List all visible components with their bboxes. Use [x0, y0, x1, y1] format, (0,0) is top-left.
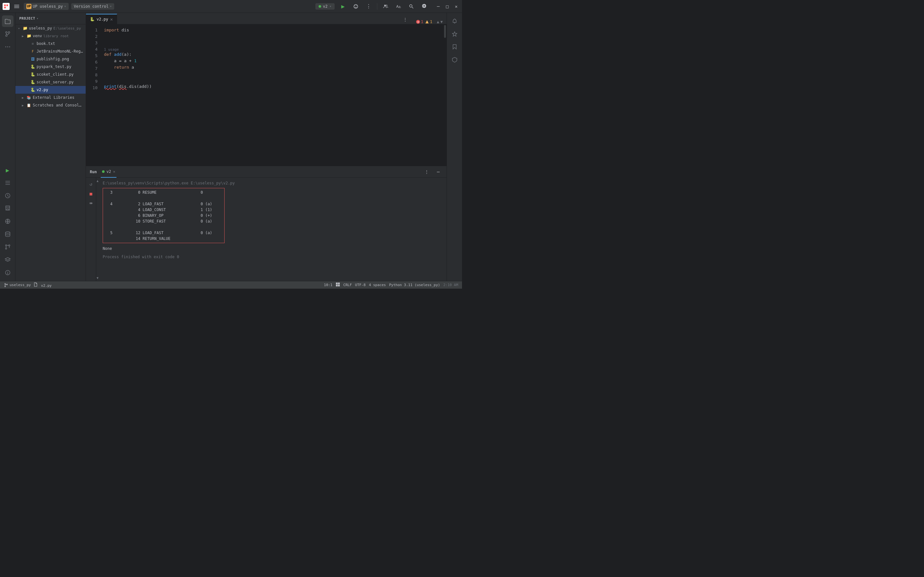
- settings-button[interactable]: [420, 2, 429, 11]
- activity-project-icon[interactable]: [2, 15, 13, 27]
- status-windows-icon[interactable]: [335, 282, 340, 288]
- sidebar: Project ▾ ▾ 📁 useless_py E:\useless_py ▶…: [15, 13, 86, 281]
- top-bar: UP UP useless_py ▾ Version control ▾ v2 …: [0, 0, 462, 13]
- activity-git2-icon[interactable]: [2, 241, 13, 253]
- restore-button[interactable]: □: [444, 3, 450, 10]
- usage-hint: 1 usage: [104, 46, 443, 51]
- activity-database-icon[interactable]: [2, 228, 13, 240]
- hamburger-button[interactable]: [12, 2, 21, 11]
- status-indent[interactable]: 4 spaces: [369, 283, 386, 287]
- output-row-4: 6 BINARY_OP 0 (+): [106, 213, 222, 218]
- activity-error-icon[interactable]: [2, 267, 13, 279]
- vcs-selector[interactable]: Version control ▾: [71, 3, 114, 10]
- tree-item-socket-client[interactable]: 🐍 scoket_client.py: [15, 71, 85, 78]
- shield-icon[interactable]: [449, 54, 460, 65]
- item-label: JetBrainsMonoNL-Regula: [37, 49, 83, 53]
- run-label: Run: [90, 170, 97, 174]
- item-label: v2.py: [37, 87, 48, 92]
- run-input-icon[interactable]: ⌨: [87, 200, 95, 207]
- run-tab-v2[interactable]: v2 ✕: [101, 166, 117, 178]
- status-position[interactable]: 10:1: [324, 283, 333, 287]
- code-editor: 1 2 3 4 5 6 7 8 9 10 import dis 1 usa: [86, 24, 447, 166]
- svg-point-41: [7, 274, 8, 274]
- run-output[interactable]: E:\useless_py\venv\Scripts\python.exe E:…: [99, 178, 447, 281]
- ai-icon[interactable]: [449, 28, 460, 40]
- status-encoding[interactable]: UTF-8: [355, 283, 366, 287]
- output-table: 3 0 RESUME 0 4 2 LOAD_FAST 0 (a) 4 LOAD_…: [103, 188, 224, 243]
- tab-v2py[interactable]: 🐍 v2.py ✕: [86, 14, 117, 24]
- tree-item-venv[interactable]: ▶ 📁 venv library root: [15, 32, 85, 40]
- warning-count[interactable]: ! 1: [425, 19, 432, 24]
- tree-item-font[interactable]: F JetBrainsMonoNL-Regula: [15, 47, 85, 55]
- status-bar: useless_py v2.py 10:1 CRLF UTF-8 4 space…: [0, 281, 462, 288]
- svg-rect-51: [336, 282, 338, 284]
- status-python[interactable]: Python 3.11 (useless_py): [389, 283, 440, 287]
- status-line-ending[interactable]: CRLF: [343, 283, 352, 287]
- activity-git-icon[interactable]: [2, 28, 13, 40]
- run-restart-icon[interactable]: ↺: [87, 180, 95, 188]
- code-line-5: a = a + 1: [104, 58, 443, 64]
- minimize-button[interactable]: ─: [435, 3, 442, 10]
- tree-item-ext-libs[interactable]: ▶ 📚 External Libraries: [15, 93, 85, 102]
- run-stop-icon[interactable]: ■: [87, 190, 95, 198]
- tab-more-button[interactable]: ⋮: [401, 15, 410, 24]
- output-row-1: 3 0 RESUME 0: [106, 190, 222, 195]
- prev-error-button[interactable]: ▲: [437, 19, 439, 24]
- collaboration-button[interactable]: [381, 2, 390, 11]
- output-row-6: 5 12 LOAD_FAST 0 (a): [106, 230, 222, 236]
- tab-close-button[interactable]: ✕: [110, 17, 113, 22]
- code-line-4: def add(a):: [104, 51, 443, 58]
- activity-layer-icon[interactable]: [2, 254, 13, 266]
- search-button[interactable]: [407, 2, 416, 11]
- project-selector[interactable]: UP UP useless_py ▾: [24, 3, 69, 10]
- close-button[interactable]: ✕: [453, 3, 460, 10]
- tree-item-v2[interactable]: 🐍 v2.py: [15, 86, 85, 93]
- code-content[interactable]: import dis 1 usage def add(a): a = a + 1…: [102, 24, 443, 166]
- git-branch[interactable]: useless_py: [4, 283, 31, 287]
- activity-more-icon[interactable]: [2, 41, 13, 53]
- vcs-label: Version control: [74, 4, 108, 9]
- activity-history-icon[interactable]: [2, 190, 13, 201]
- status-file[interactable]: v2.py: [33, 282, 52, 288]
- activity-print-icon[interactable]: [2, 203, 13, 214]
- svg-rect-4: [6, 7, 8, 8]
- output-row-7: 14 RETURN_VALUE: [106, 236, 222, 242]
- tree-item-pyspark[interactable]: 🐍 pyspark_test.py: [15, 63, 85, 71]
- editor-scrollbar[interactable]: [443, 24, 447, 166]
- vcs-arrow: ▾: [110, 5, 112, 8]
- tree-item-png[interactable]: 🖼 publishfig.png: [15, 55, 85, 63]
- activity-network-icon[interactable]: [2, 216, 13, 227]
- svg-point-9: [355, 5, 355, 6]
- svg-rect-30: [7, 209, 9, 210]
- run-minimize-button[interactable]: ─: [434, 168, 443, 176]
- activity-run-icon[interactable]: ▶: [2, 164, 13, 176]
- error-indicators: ⊗ 1 ! 1 ▲ ▼: [412, 19, 447, 24]
- arrow-icon: ▶: [22, 103, 26, 107]
- activity-list-icon[interactable]: [2, 177, 13, 189]
- font-icon: F: [30, 49, 35, 54]
- run-tab-close[interactable]: ✕: [113, 169, 115, 174]
- svg-point-34: [5, 245, 7, 246]
- error-count[interactable]: ⊗ 1: [416, 19, 423, 24]
- project-arrow: ▾: [64, 5, 66, 8]
- run-more-button[interactable]: ⋮: [422, 168, 431, 176]
- tree-item-socket-server[interactable]: 🐍 scoket_server.py: [15, 78, 85, 86]
- debug-button[interactable]: [351, 2, 360, 11]
- svg-point-48: [5, 283, 6, 284]
- scratches-icon: 📋: [26, 103, 31, 108]
- tree-item-scratches[interactable]: ▶ 📋 Scratches and Consoles: [15, 102, 85, 109]
- svg-point-12: [386, 5, 387, 6]
- tree-item-useless_py[interactable]: ▾ 📁 useless_py E:\useless_py: [15, 24, 85, 32]
- tree-item-book[interactable]: ≡ book.txt: [15, 40, 85, 47]
- next-error-button[interactable]: ▼: [440, 19, 443, 24]
- run-panel-header: Run v2 ✕ ⋮ ─: [86, 166, 447, 178]
- run-scroll-down-button[interactable]: ▼: [97, 276, 98, 280]
- notifications-icon[interactable]: [449, 15, 460, 27]
- run-config-selector[interactable]: v2 ▾: [315, 3, 335, 10]
- run-button[interactable]: ▶: [339, 2, 347, 11]
- bookmark-icon[interactable]: [449, 41, 460, 53]
- tab-label: v2.py: [97, 17, 108, 21]
- more-options-button[interactable]: ⋮: [364, 2, 373, 11]
- arrow-icon: ▶: [22, 96, 26, 100]
- translate-button[interactable]: A あ: [394, 2, 403, 11]
